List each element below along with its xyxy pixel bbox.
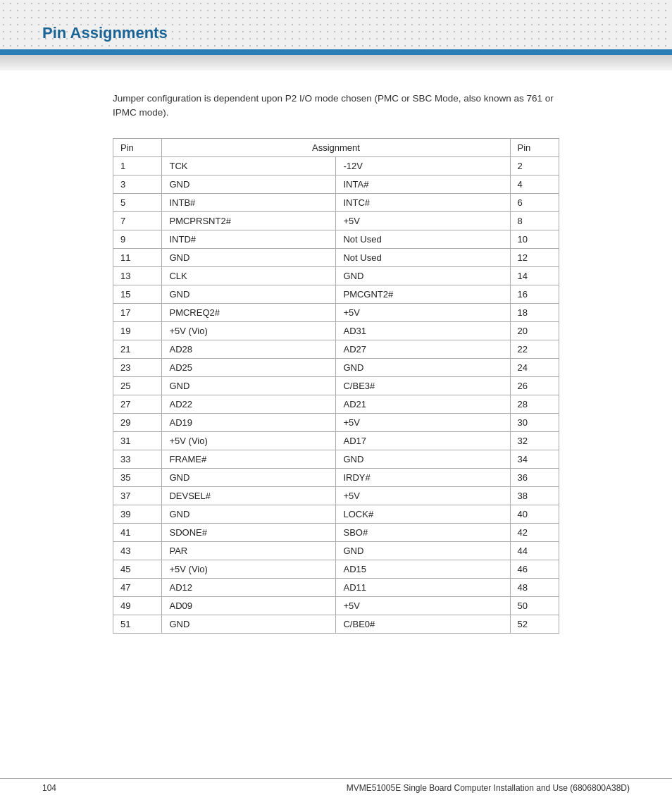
table-row: 11GNDNot Used12	[113, 248, 559, 266]
cell-assign-right: SBO#	[336, 523, 510, 541]
table-row: 35GNDIRDY#36	[113, 468, 559, 486]
col-header-pin-left: Pin	[113, 138, 162, 156]
table-row: 47AD12AD1148	[113, 578, 559, 596]
cell-assign-left: GND	[162, 376, 336, 395]
cell-pin-right: 50	[510, 596, 559, 615]
cell-pin-left: 25	[113, 376, 162, 395]
intro-paragraph: Jumper configuration is dependent upon P…	[113, 92, 559, 121]
cell-assign-right: Not Used	[336, 248, 510, 266]
cell-assign-right: C/BE0#	[336, 615, 510, 633]
cell-assign-right: AD27	[336, 340, 510, 358]
table-row: 29AD19+5V30	[113, 413, 559, 431]
cell-assign-left: SDONE#	[162, 523, 336, 541]
cell-assign-left: FRAME#	[162, 450, 336, 468]
cell-pin-right: 32	[510, 431, 559, 450]
cell-assign-right: GND	[336, 266, 510, 285]
table-row: 17PMCREQ2#+5V18	[113, 303, 559, 321]
col-header-pin-right: Pin	[510, 138, 559, 156]
cell-assign-right: INTA#	[336, 175, 510, 193]
cell-assign-left: +5V (Vio)	[162, 431, 336, 450]
pin-assignments-table: Pin Assignment Pin 1TCK-12V23GNDINTA#45I…	[113, 138, 559, 634]
cell-assign-left: AD25	[162, 358, 336, 376]
cell-pin-left: 11	[113, 248, 162, 266]
cell-assign-left: GND	[162, 468, 336, 486]
cell-assign-left: GND	[162, 175, 336, 193]
cell-pin-right: 22	[510, 340, 559, 358]
cell-assign-left: PAR	[162, 541, 336, 560]
cell-pin-left: 51	[113, 615, 162, 633]
cell-pin-right: 48	[510, 578, 559, 596]
table-row: 27AD22AD2128	[113, 395, 559, 413]
cell-assign-right: +5V	[336, 211, 510, 230]
cell-pin-right: 44	[510, 541, 559, 560]
cell-pin-left: 19	[113, 321, 162, 340]
cell-assign-right: AD11	[336, 578, 510, 596]
table-row: 25GNDC/BE3#26	[113, 376, 559, 395]
cell-pin-left: 43	[113, 541, 162, 560]
cell-assign-right: GND	[336, 541, 510, 560]
table-row: 9INTD#Not Used10	[113, 230, 559, 248]
table-row: 21AD28AD2722	[113, 340, 559, 358]
cell-pin-right: 8	[510, 211, 559, 230]
cell-assign-right: +5V	[336, 303, 510, 321]
table-row: 37DEVSEL#+5V38	[113, 486, 559, 505]
table-row: 39GNDLOCK#40	[113, 505, 559, 523]
cell-assign-right: C/BE3#	[336, 376, 510, 395]
table-row: 41SDONE#SBO#42	[113, 523, 559, 541]
table-row: 49AD09+5V50	[113, 596, 559, 615]
cell-pin-left: 39	[113, 505, 162, 523]
cell-pin-right: 52	[510, 615, 559, 633]
cell-pin-right: 38	[510, 486, 559, 505]
cell-pin-left: 31	[113, 431, 162, 450]
table-row: 13CLKGND14	[113, 266, 559, 285]
cell-pin-right: 36	[510, 468, 559, 486]
cell-pin-right: 18	[510, 303, 559, 321]
cell-pin-left: 41	[113, 523, 162, 541]
table-row: 51GNDC/BE0#52	[113, 615, 559, 633]
cell-pin-left: 17	[113, 303, 162, 321]
cell-pin-left: 23	[113, 358, 162, 376]
cell-assign-right: -12V	[336, 156, 510, 175]
cell-pin-left: 29	[113, 413, 162, 431]
top-strip: Pin Assignments	[0, 0, 672, 49]
cell-assign-left: AD22	[162, 395, 336, 413]
cell-assign-right: AD21	[336, 395, 510, 413]
cell-assign-right: INTC#	[336, 193, 510, 211]
table-row: 7PMCPRSNT2#+5V8	[113, 211, 559, 230]
cell-assign-left: AD12	[162, 578, 336, 596]
cell-pin-left: 13	[113, 266, 162, 285]
col-header-assignment: Assignment	[162, 138, 510, 156]
cell-pin-right: 2	[510, 156, 559, 175]
cell-pin-right: 4	[510, 175, 559, 193]
cell-pin-right: 40	[510, 505, 559, 523]
gray-bar	[0, 55, 672, 70]
cell-pin-right: 42	[510, 523, 559, 541]
page-footer: 104 MVME51005E Single Board Computer Ins…	[0, 778, 672, 793]
table-row: 23AD25GND24	[113, 358, 559, 376]
cell-assign-left: AD19	[162, 413, 336, 431]
cell-assign-right: IRDY#	[336, 468, 510, 486]
cell-pin-left: 1	[113, 156, 162, 175]
cell-assign-right: AD31	[336, 321, 510, 340]
cell-assign-left: +5V (Vio)	[162, 560, 336, 578]
cell-assign-right: GND	[336, 450, 510, 468]
cell-pin-right: 30	[510, 413, 559, 431]
cell-pin-left: 47	[113, 578, 162, 596]
table-row: 33FRAME#GND34	[113, 450, 559, 468]
cell-assign-left: TCK	[162, 156, 336, 175]
cell-assign-left: GND	[162, 505, 336, 523]
cell-pin-right: 10	[510, 230, 559, 248]
cell-pin-left: 7	[113, 211, 162, 230]
table-row: 43PARGND44	[113, 541, 559, 560]
cell-pin-right: 24	[510, 358, 559, 376]
cell-pin-right: 34	[510, 450, 559, 468]
cell-pin-right: 26	[510, 376, 559, 395]
cell-assign-left: PMCREQ2#	[162, 303, 336, 321]
table-row: 31+5V (Vio)AD1732	[113, 431, 559, 450]
cell-pin-right: 6	[510, 193, 559, 211]
page-number: 104	[42, 783, 56, 793]
cell-pin-left: 35	[113, 468, 162, 486]
cell-assign-right: Not Used	[336, 230, 510, 248]
cell-pin-left: 3	[113, 175, 162, 193]
cell-pin-left: 49	[113, 596, 162, 615]
